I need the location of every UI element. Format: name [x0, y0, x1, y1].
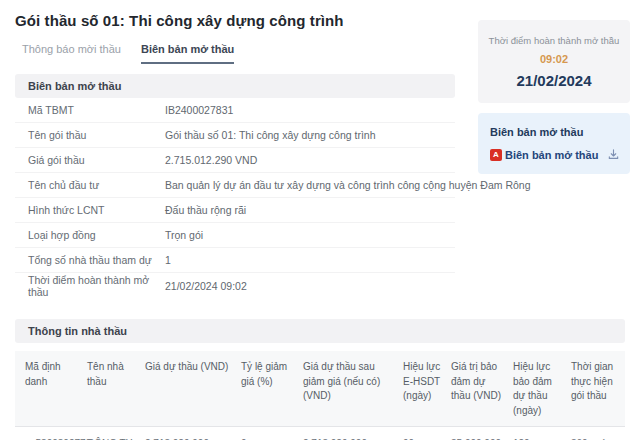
detail-value: 1: [165, 254, 171, 266]
cell-ehsdt-validity: 90: [403, 427, 451, 440]
col-header-bid-price-after-discount: Giá dự thầu sau giảm giá (nếu có) (VND): [303, 351, 403, 426]
doc-card-title: Biên bản mở thầu: [490, 126, 620, 138]
col-header-bid-security-value: Giá trị bảo đảm dự thầu (VND): [451, 351, 513, 426]
detail-label: Giá gói thầu: [28, 154, 165, 166]
detail-row-tbmt-code: Mã TBMT IB2400027831: [15, 98, 455, 123]
detail-value: Gói thầu số 01: Thi công xây dựng công t…: [165, 129, 376, 141]
cell-discount-rate: 0: [241, 427, 303, 440]
detail-value: Ban quản lý dự án đầu tư xây dựng và côn…: [165, 179, 531, 191]
detail-row-package-price: Giá gói thầu 2.715.012.290 VND: [15, 148, 455, 173]
detail-label: Hình thức LCNT: [28, 204, 165, 216]
completion-time: 09:02: [486, 53, 622, 65]
detail-label: Tên gói thầu: [28, 129, 165, 141]
cell-bid-security-validity: 120: [513, 427, 571, 440]
detail-value: IB2400027831: [165, 104, 233, 116]
detail-label: Mã TBMT: [28, 104, 165, 116]
bid-opening-record-card: Biên bản mở thầu Biên bản mở thầu: [478, 113, 630, 174]
detail-value: 2.715.012.290 VND: [165, 154, 257, 166]
record-detail-list: Mã TBMT IB2400027831 Tên gói thầu Gói th…: [15, 98, 455, 298]
cell-bid-price: 2.713.029.900: [145, 427, 241, 440]
detail-row-package-name: Tên gói thầu Gói thầu số 01: Thi công xâ…: [15, 123, 455, 148]
pdf-icon: [490, 149, 502, 161]
detail-row-selection-method: Hình thức LCNT Đấu thầu rộng rãi: [15, 198, 455, 223]
bid-package-page: Gói thầu số 01: Thi công xây dựng công t…: [0, 12, 640, 440]
cell-execution-duration: 360 ngày: [571, 427, 625, 440]
completion-card-label: Thời điểm hoàn thành mở thầu: [486, 35, 622, 46]
detail-value: Đấu thầu rộng rãi: [165, 204, 246, 216]
col-header-bid-price: Giá dự thầu (VND): [145, 351, 241, 426]
opening-completion-card: Thời điểm hoàn thành mở thầu 09:02 21/02…: [478, 20, 630, 103]
contractor-table-header-row: Mã định danh Tên nhà thầu Giá dự thầu (V…: [15, 351, 625, 427]
detail-label: Thời điểm hoàn thành mở thầu: [28, 274, 165, 298]
doc-file-label: Biên bản mở thầu: [505, 149, 598, 161]
detail-value: Trọn gói: [165, 229, 203, 241]
detail-row-contractor-count: Tổng số nhà thầu tham dự 1: [15, 248, 455, 273]
completion-date: 21/02/2024: [486, 72, 622, 89]
right-panel: Thời điểm hoàn thành mở thầu 09:02 21/02…: [478, 20, 630, 174]
col-header-discount-rate: Tỷ lệ giảm giá (%): [241, 351, 303, 426]
detail-row-opening-completion-time: Thời điểm hoàn thành mở thầu 21/02/2024 …: [15, 273, 455, 298]
tab-invitation-notice[interactable]: Thông báo mời thầu: [22, 43, 121, 64]
tab-bid-opening-record[interactable]: Biên bản mở thầu: [141, 43, 234, 64]
detail-row-investor-name: Tên chủ đầu tư Ban quản lý dự án đầu tư …: [15, 173, 455, 198]
col-header-contractor-name: Tên nhà thầu: [87, 351, 145, 426]
detail-value: 21/02/2024 09:02: [165, 280, 247, 292]
table-row: vn5800802770 CÔNG TY TNHH KIẾN GIANG 2.7…: [15, 427, 625, 440]
download-icon[interactable]: [607, 148, 620, 161]
cell-bid-security-value: 35.000.000: [451, 427, 513, 440]
detail-label: Loại hợp đồng: [28, 229, 165, 241]
detail-row-contract-type: Loại hợp đồng Trọn gói: [15, 223, 455, 248]
bid-opening-record-file-link[interactable]: Biên bản mở thầu: [490, 148, 620, 161]
record-section-header: Biên bản mở thầu: [15, 74, 455, 98]
detail-label: Tên chủ đầu tư: [28, 179, 165, 191]
cell-contractor-name: CÔNG TY TNHH KIẾN GIANG: [87, 427, 145, 440]
col-header-execution-duration: Thời gian thực hiện gói thầu: [571, 351, 625, 426]
cell-identifier: vn5800802770: [15, 427, 87, 440]
cell-bid-price-after-discount: 2.713.029.900: [303, 427, 403, 440]
col-header-identifier: Mã định danh: [15, 351, 87, 426]
detail-label: Tổng số nhà thầu tham dự: [28, 254, 165, 266]
contractor-table: Mã định danh Tên nhà thầu Giá dự thầu (V…: [15, 351, 625, 440]
contractor-section-header: Thông tin nhà thầu: [15, 319, 625, 343]
col-header-ehsdt-validity: Hiệu lực E-HSDT (ngày): [403, 351, 451, 426]
col-header-bid-security-validity: Hiệu lực bảo đảm dự thầu (ngày): [513, 351, 571, 426]
